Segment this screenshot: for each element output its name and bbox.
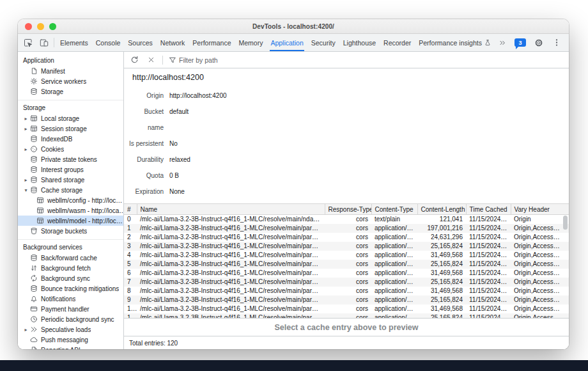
close-icon	[148, 56, 155, 63]
sidebar-item-push-messaging[interactable]: Push messaging	[18, 335, 123, 345]
sidebar-item-label: Service workers	[41, 78, 86, 85]
cache-entry-row[interactable]: 0/mlc-ai/Llama-3.2-3B-Instruct-q4f16_1-M…	[124, 215, 569, 225]
chevron-right-icon[interactable]: ▸	[22, 116, 29, 122]
sidebar-item-session-storage[interactable]: ▸Session storage	[18, 123, 123, 134]
chevron-right-icon[interactable]: ▸	[22, 126, 29, 132]
table-icon	[29, 125, 38, 132]
tab-security[interactable]: Security	[307, 34, 339, 51]
sidebar-item-label: Storage buckets	[41, 228, 87, 235]
sidebar-item-notifications[interactable]: Notifications	[18, 294, 123, 304]
column-header-name[interactable]: Name	[137, 204, 325, 215]
cell-time-cached: 11/15/2024, 10…	[466, 287, 511, 296]
sidebar-item-service-workers[interactable]: Service workers	[18, 76, 123, 86]
cell-content-length: 25,165,824	[417, 278, 466, 287]
tab-performance-insights[interactable]: Performance insights	[415, 34, 494, 51]
cell-content-type: application/oc…	[371, 224, 417, 233]
chevron-right-icon[interactable]: ▸	[22, 146, 29, 152]
device-toolbar-button[interactable]	[36, 34, 52, 51]
cache-entry-row[interactable]: 4/mlc-ai/Llama-3.2-3B-Instruct-q4f16_1-M…	[124, 251, 569, 260]
cell-vary-header: Origin	[511, 215, 569, 225]
sidebar-item-cookies[interactable]: ▸Cookies	[18, 144, 123, 154]
cell-time-cached: 11/15/2024, 10…	[466, 260, 511, 269]
column-header-item[interactable]: #	[124, 204, 137, 215]
sidebar-item-background-fetch[interactable]: Background fetch	[18, 263, 123, 273]
fullscreen-window-button[interactable]	[49, 23, 56, 30]
sidebar-item-storage-buckets[interactable]: Storage buckets	[18, 226, 123, 236]
sidebar-item-webllm-model-http-loc[interactable]: webllm/model - http://loc…	[18, 216, 123, 226]
tab-recorder[interactable]: Recorder	[380, 34, 415, 51]
column-header-content-length[interactable]: Content-Length	[417, 204, 466, 215]
tab-memory[interactable]: Memory	[235, 34, 267, 51]
customize-menu-button[interactable]	[548, 38, 564, 47]
tab-label: Security	[311, 39, 336, 47]
sidebar-item-private-state-tokens[interactable]: Private state tokens	[18, 154, 123, 164]
table-scrollbar[interactable]	[563, 216, 568, 317]
tab-console[interactable]: Console	[92, 34, 125, 51]
tab-performance[interactable]: Performance	[189, 34, 235, 51]
cache-entry-row[interactable]: 7/mlc-ai/Llama-3.2-3B-Instruct-q4f16_1-M…	[124, 278, 569, 287]
meta-label: Expiration	[127, 184, 164, 200]
sidebar-item-indexeddb[interactable]: IndexedDB	[18, 134, 123, 144]
cache-entry-row[interactable]: 3/mlc-ai/Llama-3.2-3B-Instruct-q4f16_1-M…	[124, 242, 569, 251]
settings-button[interactable]	[530, 38, 546, 47]
sidebar-item-reporting-api[interactable]: Reporting API	[18, 345, 123, 349]
sidebar-item-payment-handler[interactable]: Payment handler	[18, 304, 123, 314]
sidebar-item-label: webllm/wasm - http://loca…	[47, 207, 123, 214]
table-icon	[36, 217, 45, 225]
sidebar-item-webllm-wasm-http-loca[interactable]: webllm/wasm - http://loca…	[18, 205, 123, 216]
sidebar-item-manifest[interactable]: Manifest	[18, 66, 123, 76]
sidebar-section-application: ApplicationManifestService workersStorag…	[18, 53, 123, 100]
meta-label: Quota	[127, 168, 164, 184]
cache-entry-row[interactable]: 8/mlc-ai/Llama-3.2-3B-Instruct-q4f16_1-M…	[124, 287, 569, 296]
sidebar-item-interest-groups[interactable]: Interest groups	[18, 164, 123, 175]
sidebar-item-background-sync[interactable]: Background sync	[18, 273, 123, 283]
sidebar-item-speculative-loads[interactable]: ▸Speculative loads	[18, 324, 123, 335]
chevron-down-icon[interactable]: ▾	[22, 187, 29, 193]
sidebar-item-bounce-tracking-mitigations[interactable]: Bounce tracking mitigations	[18, 283, 123, 294]
sidebar-item-webllm-config-http-loc[interactable]: webllm/config - http://loc…	[18, 195, 123, 205]
sidebar-item-storage[interactable]: Storage	[18, 86, 123, 97]
chevron-right-icon[interactable]: ▸	[22, 177, 29, 183]
tab-lighthouse[interactable]: Lighthouse	[339, 34, 380, 51]
scrollbar-thumb[interactable]	[563, 216, 568, 230]
cache-entry-row[interactable]: 11/mlc-ai/Llama-3.2-3B-Instruct-q4f16_1-…	[124, 313, 569, 318]
cell-item: 6	[124, 269, 137, 278]
sidebar-item-shared-storage[interactable]: ▸Shared storage	[18, 175, 123, 185]
tab-sources[interactable]: Sources	[124, 34, 157, 51]
cell-item: 11	[124, 313, 137, 318]
cache-entries-grid: #NameResponse-TypeContent-TypeContent-Le…	[124, 203, 569, 318]
column-header-time-cached[interactable]: Time Cached	[466, 204, 511, 215]
sidebar-item-cache-storage[interactable]: ▾Cache storage	[18, 185, 123, 195]
sidebar-item-back-forward-cache[interactable]: Back/forward cache	[18, 253, 123, 263]
close-window-button[interactable]	[25, 23, 32, 30]
sidebar-item-local-storage[interactable]: ▸Local storage	[18, 113, 123, 123]
filter-input[interactable]	[179, 56, 275, 64]
sidebar-item-periodic-background-sync[interactable]: Periodic background sync	[18, 314, 123, 324]
console-messages-badge[interactable]: 3	[514, 38, 526, 47]
cache-entry-row[interactable]: 2/mlc-ai/Llama-3.2-3B-Instruct-q4f16_1-M…	[124, 233, 569, 242]
cache-entry-row[interactable]: 5/mlc-ai/Llama-3.2-3B-Instruct-q4f16_1-M…	[124, 260, 569, 269]
tab-elements[interactable]: Elements	[56, 34, 92, 51]
minimize-window-button[interactable]	[37, 23, 44, 30]
tab-application[interactable]: Application	[267, 34, 307, 51]
db-icon	[29, 186, 38, 194]
refresh-button[interactable]	[127, 53, 141, 67]
column-header-response-type[interactable]: Response-Type	[325, 204, 371, 215]
cache-entry-row[interactable]: 10/mlc-ai/Llama-3.2-3B-Instruct-q4f16_1-…	[124, 304, 569, 313]
chevron-right-icon[interactable]: ▸	[22, 327, 29, 333]
tab-network[interactable]: Network	[157, 34, 189, 51]
bucket-icon	[29, 227, 38, 235]
window-titlebar[interactable]: DevTools - localhost:4200/	[18, 19, 569, 34]
column-header-content-type[interactable]: Content-Type	[371, 204, 417, 215]
cell-content-type: application/oc…	[371, 260, 417, 269]
cache-entry-row[interactable]: 6/mlc-ai/Llama-3.2-3B-Instruct-q4f16_1-M…	[124, 269, 569, 278]
cache-entry-row[interactable]: 9/mlc-ai/Llama-3.2-3B-Instruct-q4f16_1-M…	[124, 296, 569, 304]
db-icon	[29, 88, 38, 95]
cell-content-type: application/oc…	[371, 287, 417, 296]
total-entries: Total entries: 120	[129, 340, 178, 347]
cache-entry-row[interactable]: 1/mlc-ai/Llama-3.2-3B-Instruct-q4f16_1-M…	[124, 224, 569, 233]
delete-selected-button[interactable]	[144, 53, 158, 67]
inspect-element-button[interactable]	[20, 34, 36, 51]
column-header-vary-header[interactable]: Vary Header	[511, 204, 569, 215]
more-tabs-button[interactable]	[494, 39, 510, 47]
